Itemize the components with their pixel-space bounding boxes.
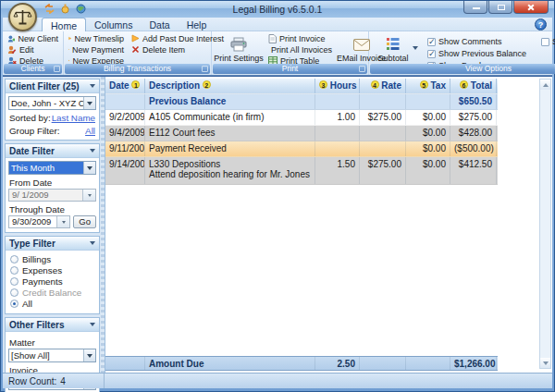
- title-bar: Legal Billing v6.5.0.1: [1, 1, 554, 18]
- cell-total: ($500.00): [450, 141, 497, 156]
- yellow-arrow-icon: [131, 34, 140, 43]
- chevron-down-icon[interactable]: [83, 162, 95, 174]
- dialog-launcher-icon[interactable]: [54, 66, 60, 72]
- calendar-dropdown-icon[interactable]: [56, 216, 69, 227]
- new-client-button[interactable]: New Client: [6, 33, 60, 43]
- client-filter-header[interactable]: Client Filter (25): [6, 80, 99, 93]
- show-comments-checkbox[interactable]: Show Comments: [427, 36, 526, 47]
- column-header-hours[interactable]: 3 Hours: [315, 79, 360, 93]
- minimize-button[interactable]: [463, 1, 487, 14]
- sorted-by-link[interactable]: Last Name: [52, 113, 95, 123]
- all-label: All: [22, 299, 32, 309]
- status-bar: Row Count: 4: [3, 373, 552, 388]
- table-row[interactable]: 9/14/2009 L330 Depositions Attend deposi…: [105, 157, 498, 185]
- envelope-icon: [353, 35, 370, 54]
- print-invoice-button[interactable]: Print Invoice: [266, 33, 333, 43]
- cell-date: 9/4/2009: [105, 126, 145, 141]
- maximize-button[interactable]: [488, 1, 512, 14]
- tab-columns[interactable]: Columns: [86, 18, 141, 31]
- print-all-invoices-button[interactable]: Print All Invoices: [266, 44, 333, 55]
- filter-sidebar: Client Filter (25) Doe, John - XYZ Corpo…: [3, 77, 101, 373]
- ribbon-group-billing-transactions: New Timeslip New Payment New Expense Add: [64, 31, 212, 75]
- column-badge: 2: [203, 80, 211, 89]
- checkbox-icon: [427, 50, 436, 58]
- cell-hours: 1.00: [315, 110, 360, 125]
- new-payment-button[interactable]: New Payment: [67, 44, 126, 55]
- print-invoice-label: Print Invoice: [279, 34, 326, 43]
- cell-date: 9/11/2009: [105, 141, 145, 156]
- column-header-rate[interactable]: 4 Rate: [360, 79, 406, 93]
- show-previous-balance-checkbox[interactable]: Show Previous Balance: [427, 48, 526, 59]
- cell-rate: [360, 141, 406, 156]
- date-filter-header[interactable]: Date Filter: [6, 144, 99, 158]
- radio-expenses[interactable]: Expenses: [10, 265, 94, 276]
- radio-all[interactable]: All: [10, 299, 94, 309]
- column-header-description[interactable]: Description 2: [145, 79, 315, 93]
- ribbon-group-view-options: Subtotal Show Comments Show Previous Bal…: [369, 31, 555, 75]
- help-icon[interactable]: [535, 18, 547, 31]
- column-header-total[interactable]: 6 Total: [450, 79, 497, 93]
- go-button[interactable]: Go: [73, 215, 96, 228]
- qat-arrows-icon[interactable]: [43, 3, 56, 15]
- group-caption-clients: Clients: [4, 64, 62, 74]
- group-caption-print: Print: [213, 64, 367, 74]
- through-date-field[interactable]: 9/30/2009: [8, 215, 70, 228]
- cell-date: 9/2/2009: [105, 110, 145, 125]
- app-menu-button[interactable]: [8, 3, 37, 31]
- client-select[interactable]: Doe, John - XYZ Corporation: [8, 96, 96, 110]
- tab-home[interactable]: Home: [42, 18, 86, 31]
- column-header-date[interactable]: Date 1: [105, 79, 145, 93]
- tab-help[interactable]: Help: [179, 18, 216, 31]
- date-range-select[interactable]: This Month: [8, 161, 96, 175]
- column-badge: 6: [460, 80, 468, 89]
- close-button[interactable]: [513, 1, 549, 14]
- chevron-down-icon[interactable]: [83, 349, 95, 361]
- scroll-down-icon[interactable]: [540, 358, 550, 368]
- table-row[interactable]: 9/4/2009 E112 Court fees $0.00 $428.00: [105, 126, 498, 141]
- client-filter-panel: Client Filter (25) Doe, John - XYZ Corpo…: [5, 79, 100, 141]
- matter-value: [Show All]: [9, 349, 83, 361]
- cell-date: [105, 94, 145, 109]
- cell-rate: $275.00: [360, 110, 406, 125]
- cell-total: $428.00: [450, 126, 497, 141]
- table-row[interactable]: 9/2/2009 A105 Communicate (in firm) 1.00…: [105, 110, 498, 126]
- table-row-payment[interactable]: 9/11/2009 Payment Received $0.00 ($500.0…: [105, 141, 498, 157]
- print-settings-button[interactable]: Print Settings: [215, 33, 263, 66]
- scroll-up-icon[interactable]: [540, 80, 550, 90]
- sorted-by-label: Sorted by:: [9, 113, 51, 123]
- column-badge: 3: [319, 80, 327, 89]
- vertical-scrollbar[interactable]: [539, 79, 551, 369]
- new-timeslip-button[interactable]: New Timeslip: [67, 33, 126, 43]
- window-controls: [463, 1, 549, 14]
- edit-client-button[interactable]: Edit: [6, 44, 60, 55]
- cell-tax: $0.00: [406, 126, 450, 141]
- qat-globe-icon[interactable]: [75, 3, 87, 15]
- dialog-launcher-icon[interactable]: [359, 66, 365, 72]
- cell-description: L330 Depositions Attend deposition heari…: [145, 157, 315, 184]
- radio-payments[interactable]: Payments: [10, 276, 94, 287]
- radio-billings[interactable]: Billings: [10, 254, 94, 264]
- cell-tax: $0.00: [406, 110, 450, 125]
- matter-select[interactable]: [Show All]: [8, 349, 96, 362]
- app-window: Legal Billing v6.5.0.1: [0, 0, 555, 392]
- billing-grid: Date 1 Description 2 3 Hours 4 Rate 5 Ta…: [105, 77, 552, 373]
- other-filters-header[interactable]: Other Filters: [6, 318, 99, 332]
- client-select-value: Doe, John - XYZ Corporation: [9, 97, 83, 109]
- chevron-down-icon[interactable]: [413, 46, 418, 50]
- radio-icon: [10, 266, 18, 275]
- description-line-1: L330 Depositions: [149, 159, 311, 169]
- qat-hand-icon[interactable]: [59, 3, 71, 15]
- cell-hours: [315, 94, 360, 109]
- cell-hours: [315, 141, 360, 156]
- cell-description: Previous Balance: [145, 94, 315, 109]
- tab-data[interactable]: Data: [141, 18, 178, 31]
- payments-label: Payments: [22, 276, 63, 287]
- dialog-launcher-icon[interactable]: [202, 66, 208, 72]
- group-filter-link[interactable]: All: [85, 126, 95, 136]
- chevron-down-icon[interactable]: [83, 97, 95, 109]
- table-row-previous-balance[interactable]: Previous Balance $650.50: [105, 94, 498, 110]
- column-header-tax[interactable]: 5 Tax: [406, 79, 450, 93]
- group-caption-billing-transactions: Billing Transactions: [65, 64, 210, 74]
- search-footer-checkbox[interactable]: Search Footer: [541, 36, 555, 47]
- type-filter-header[interactable]: Type Filter: [6, 237, 99, 251]
